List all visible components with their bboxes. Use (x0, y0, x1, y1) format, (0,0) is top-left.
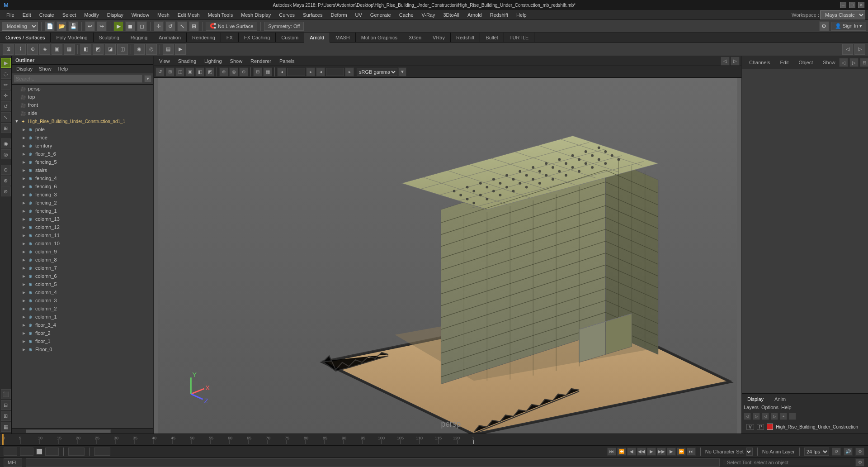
tree-item-colomn3[interactable]: ▶ ⊕ colomn_3 (12, 296, 153, 305)
menu-vray[interactable]: V-Ray (418, 11, 439, 19)
move-btn[interactable]: ✛ (154, 21, 164, 31)
redo-btn[interactable]: ↪ (97, 21, 107, 31)
expand-floor34[interactable]: ▶ (21, 322, 27, 328)
tree-item-fencing5[interactable]: ▶ ⊕ fencing_5 (12, 158, 153, 166)
timeline[interactable]: 0 5 10 15 20 25 30 (0, 434, 868, 445)
tab-fx[interactable]: FX (221, 33, 239, 43)
vp-camera-btn[interactable]: ⊞ (165, 67, 175, 76)
command-input[interactable] (26, 458, 720, 467)
expand-colomn3[interactable]: ▶ (21, 297, 27, 304)
display-tool[interactable]: ⊞ (1, 411, 11, 421)
expand-floor56[interactable]: ▶ (21, 151, 27, 157)
go-end-btn[interactable]: ⏭ (687, 448, 696, 456)
maximize-button[interactable]: □ (849, 2, 855, 8)
select-tool-btn[interactable]: ▶ (113, 21, 123, 31)
tree-item-stairs[interactable]: ▶ ⊕ stairs (12, 166, 153, 174)
tree-item-floor0[interactable]: ▶ ⊕ Floor_0 (12, 345, 153, 353)
tab-vray[interactable]: VRay (427, 33, 451, 43)
vp-menu-renderer[interactable]: Renderer (247, 57, 275, 65)
tree-item-floor2[interactable]: ▶ ⊕ floor_2 (12, 329, 153, 337)
tree-item-colomn6[interactable]: ▶ ⊕ colomn_6 (12, 272, 153, 280)
tree-item-colomn12[interactable]: ▶ ⊕ colomn_12 (12, 223, 153, 231)
tab-xgen[interactable]: XGen (403, 33, 427, 43)
playback-settings-btn[interactable]: ↺ (832, 448, 841, 456)
paint-tool[interactable]: ✏ (1, 80, 11, 90)
menu-mesh[interactable]: Mesh (154, 11, 173, 19)
expand-colomn9[interactable]: ▶ (21, 248, 27, 255)
scale-btn[interactable]: ⤡ (177, 21, 187, 31)
menu-select[interactable]: Select (59, 11, 80, 19)
lasso-tool[interactable]: ◌ (1, 69, 11, 79)
vp-menu-panels[interactable]: Panels (276, 57, 298, 65)
expand-colomn1[interactable]: ▶ (21, 314, 27, 320)
tab-sculpting[interactable]: Sculpting (94, 33, 125, 43)
vp-refresh-btn[interactable]: ↺ (156, 67, 165, 76)
go-start-btn[interactable]: ⏮ (607, 448, 616, 456)
expand-fence[interactable]: ▶ (21, 134, 27, 141)
layer-btn4[interactable]: ▷ (771, 413, 778, 420)
universal-tool[interactable]: ⊞ (1, 123, 11, 133)
right-panel-btn1[interactable]: ◁ (842, 44, 853, 55)
vp-exposure-down[interactable]: ◂ (277, 67, 286, 76)
tab-redshift[interactable]: Redshift (451, 33, 480, 43)
expand-colomn2[interactable]: ▶ (21, 305, 27, 312)
tree-item-fencing6[interactable]: ▶ ⊕ fencing_6 (12, 182, 153, 191)
vp-grid-btn[interactable]: ⊟ (253, 67, 262, 76)
menu-cache[interactable]: Cache (396, 11, 417, 19)
rb-menu-options[interactable]: Options (761, 405, 778, 410)
close-button[interactable]: ✕ (858, 2, 864, 8)
tree-item-fencing4[interactable]: ▶ ⊕ fencing_4 (12, 174, 153, 182)
menu-edit[interactable]: Edit (19, 11, 35, 19)
snap-edge-btn[interactable]: ▦ (64, 44, 75, 55)
expand-fencing2[interactable]: ▶ (21, 200, 27, 206)
menu-curves[interactable]: Curves (275, 11, 298, 19)
sign-in-btn[interactable]: 👤 Sign In ▾ (831, 22, 866, 31)
vp-colorspace-select[interactable]: sRGB gamma (357, 68, 397, 76)
mel-button[interactable]: MEL (4, 458, 22, 467)
snap-grid-btn[interactable]: ⊞ (3, 44, 14, 55)
layer-btn3[interactable]: ◁ (762, 413, 769, 420)
layer-btn1[interactable]: ◁ (744, 413, 751, 420)
expand-colomn5[interactable]: ▶ (21, 281, 27, 287)
menu-window[interactable]: Window (128, 11, 153, 19)
audio-btn[interactable]: 🔊 (844, 448, 853, 456)
right-panel-btn2[interactable]: ▷ (854, 44, 865, 55)
viewport-content[interactable]: X Y Z persp (154, 78, 741, 434)
scale-tool[interactable]: ⤡ (1, 112, 11, 122)
expand-colomn10[interactable]: ▶ (21, 240, 27, 247)
tree-item-fencing1[interactable]: ▶ ⊕ fencing_1 (12, 207, 153, 215)
tree-item-colomn8[interactable]: ▶ ⊕ colomn_8 (12, 256, 153, 264)
vp-gain-up[interactable]: ▸ (345, 67, 354, 76)
tree-item-colomn7[interactable]: ▶ ⊕ colomn_7 (12, 264, 153, 272)
expand-colomn8[interactable]: ▶ (21, 257, 27, 263)
sculpt-tool[interactable]: ⊙ (1, 165, 11, 175)
menu-redshift[interactable]: Redshift (486, 11, 512, 19)
tab-turtle[interactable]: TURTLE (504, 33, 535, 43)
layer-btn2[interactable]: ▷ (753, 413, 760, 420)
snap-point-btn[interactable]: ⊕ (27, 44, 38, 55)
expand-floor1[interactable]: ▶ (21, 338, 27, 344)
tree-item-fencing2[interactable]: ▶ ⊕ fencing_2 (12, 199, 153, 207)
rb-tab-display[interactable]: Display (744, 396, 767, 403)
minimize-button[interactable]: ─ (840, 2, 846, 8)
search-filter-dropdown[interactable]: ▼ (144, 75, 151, 82)
move-tool[interactable]: ✛ (1, 91, 11, 100)
tab-fx-caching[interactable]: FX Caching (239, 33, 276, 43)
menu-help[interactable]: Help (513, 11, 530, 19)
menu-file[interactable]: File (3, 11, 18, 19)
expand-stairs[interactable]: ▶ (21, 167, 27, 173)
right-tab-show[interactable]: Show (819, 59, 839, 66)
menu-uv[interactable]: UV (352, 11, 366, 19)
menu-3dtoall[interactable]: 3DtoAll (439, 11, 462, 19)
expand-floor0[interactable]: ▶ (21, 346, 27, 353)
tree-item-fencing3[interactable]: ▶ ⊕ fencing_3 (12, 191, 153, 199)
status-icon1[interactable]: ⚙ (855, 458, 864, 467)
vp-gain-input[interactable]: 1.00 (326, 68, 344, 76)
vp-icon-minimize[interactable]: ▷ (731, 57, 740, 66)
outliner-menu-help[interactable]: Help (55, 66, 71, 72)
expand-colomn13[interactable]: ▶ (21, 216, 27, 222)
new-file-btn[interactable]: 📄 (45, 21, 55, 31)
vp-menu-view[interactable]: View (156, 57, 174, 65)
vp-wireframe-btn[interactable]: ◫ (175, 67, 184, 76)
show-isolate-btn[interactable]: ▤ (163, 44, 174, 55)
